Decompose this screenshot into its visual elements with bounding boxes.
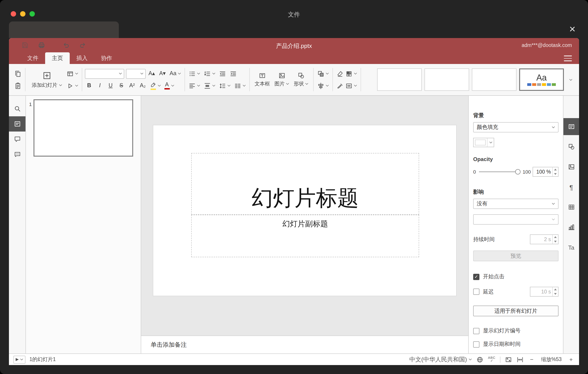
copy-style-button[interactable] xyxy=(336,81,345,91)
slide[interactable]: 幻灯片标题 幻灯片副标题 xyxy=(153,125,456,296)
bold-button[interactable]: B xyxy=(85,81,94,91)
bullets-button[interactable] xyxy=(188,69,201,78)
font-size-select[interactable] xyxy=(126,69,146,78)
opacity-slider[interactable] xyxy=(479,171,519,172)
insert-shape-button[interactable]: 形状 xyxy=(292,72,311,87)
add-slide-button[interactable]: 添加幻灯片 xyxy=(28,71,65,88)
superscript-button[interactable]: A² xyxy=(127,81,136,91)
show-slide-number-checkbox[interactable] xyxy=(473,328,479,334)
theme-thumbnail[interactable] xyxy=(377,68,422,91)
copy-button[interactable] xyxy=(13,69,22,78)
duration-input[interactable]: 2 s xyxy=(530,234,558,244)
spellcheck-button[interactable]: ABC ✓ xyxy=(488,356,495,363)
columns-button[interactable] xyxy=(233,81,247,91)
highlight-color-button[interactable] xyxy=(149,81,161,91)
slider-knob[interactable] xyxy=(515,169,520,175)
fit-width-icon xyxy=(516,356,524,363)
chart-settings-button[interactable] xyxy=(563,219,579,236)
presentation-editor: 产品介绍.pptx adm***@dootask.com 文件 主页 插入 协作 xyxy=(9,38,579,365)
chat-panel-button[interactable] xyxy=(9,147,25,162)
horizontal-align-button[interactable] xyxy=(188,81,201,91)
increase-indent-button[interactable] xyxy=(229,69,238,78)
clear-style-button[interactable] xyxy=(336,69,345,78)
toolbar-separator xyxy=(333,68,333,91)
font-name-select[interactable] xyxy=(85,69,124,78)
numbering-button[interactable] xyxy=(203,69,216,78)
menu-button[interactable] xyxy=(564,55,572,61)
theme-thumbnail-selected[interactable]: Aa xyxy=(519,68,564,91)
spinner-arrows[interactable] xyxy=(552,287,558,296)
effect-type-dropdown[interactable] xyxy=(473,214,558,225)
preview-button[interactable]: 预览 xyxy=(473,251,558,261)
insert-image-button[interactable]: 图片 xyxy=(272,72,292,87)
fit-width-button[interactable] xyxy=(516,356,524,363)
theme-gallery-expand-button[interactable] xyxy=(567,68,575,91)
italic-button[interactable]: I xyxy=(95,81,104,91)
chevron-down-icon xyxy=(552,203,555,205)
show-date-time-checkbox[interactable] xyxy=(473,341,479,347)
underline-button[interactable]: U xyxy=(106,81,115,91)
paragraph-settings-button[interactable]: ¶ xyxy=(563,178,579,196)
zoom-out-button[interactable]: − xyxy=(528,356,535,363)
zoom-in-button[interactable]: + xyxy=(567,356,575,363)
slide-canvas[interactable]: 幻灯片标题 幻灯片副标题 xyxy=(141,96,468,336)
toolbar-separator xyxy=(82,68,82,91)
line-spacing-button[interactable] xyxy=(218,81,231,91)
duration-label: 持续时间 xyxy=(473,236,530,243)
comments-panel-button[interactable] xyxy=(9,132,25,147)
effect-dropdown[interactable]: 没有 xyxy=(473,199,558,209)
tab-insert[interactable]: 插入 xyxy=(70,52,94,64)
vertical-align-button[interactable] xyxy=(203,81,216,91)
search-panel-button[interactable] xyxy=(9,101,25,116)
decrease-font-button[interactable]: A▾ xyxy=(158,69,167,78)
notes-area[interactable]: 单击添加备注 xyxy=(141,336,468,353)
title-placeholder[interactable]: 幻灯片标题 xyxy=(191,153,419,215)
delay-checkbox[interactable] xyxy=(473,288,479,295)
slide-layout-button[interactable] xyxy=(65,69,79,78)
start-slideshow-status-button[interactable]: ▶ xyxy=(13,355,25,363)
theme-thumbnail[interactable] xyxy=(472,68,516,91)
color-scheme-button[interactable] xyxy=(345,69,358,78)
slide-settings-button[interactable] xyxy=(563,118,579,135)
spinner-arrows[interactable] xyxy=(552,167,558,176)
opacity-input[interactable]: 100 % xyxy=(533,167,558,177)
table-settings-button[interactable] xyxy=(563,199,579,216)
font-color-button[interactable]: A xyxy=(163,81,175,91)
set-language-button[interactable] xyxy=(476,356,483,363)
slide-tools-group xyxy=(65,69,79,91)
change-case-button[interactable]: Aa xyxy=(169,69,182,78)
insert-textbox-button[interactable]: 文本框 xyxy=(252,72,272,87)
spinner-arrows[interactable] xyxy=(552,235,558,244)
theme-thumbnail[interactable] xyxy=(424,68,469,91)
tab-collaboration[interactable]: 协作 xyxy=(94,52,119,64)
hamburger-icon xyxy=(564,55,572,56)
strikethrough-button[interactable]: S xyxy=(117,81,126,91)
slide-thumbnail[interactable] xyxy=(33,99,133,157)
delay-input[interactable]: 10 s xyxy=(530,287,558,297)
fit-slide-button[interactable] xyxy=(505,356,512,363)
shape-label: 形状 xyxy=(294,80,304,87)
align-shapes-button[interactable] xyxy=(316,81,330,91)
fill-type-dropdown[interactable]: 颜色填充 xyxy=(473,122,558,132)
dialog-close-button[interactable]: × xyxy=(566,22,579,36)
paste-button[interactable] xyxy=(13,81,22,91)
shape-settings-button[interactable] xyxy=(563,138,579,155)
textart-settings-button[interactable]: Ta xyxy=(563,239,579,256)
fill-color-picker[interactable] xyxy=(473,138,494,147)
slides-panel-button[interactable] xyxy=(9,116,25,132)
shape-settings-icon xyxy=(568,143,575,150)
language-selector[interactable]: 中文(中华人民共和国) xyxy=(409,355,472,363)
start-slideshow-button[interactable] xyxy=(65,81,79,91)
subscript-button[interactable]: A₂ xyxy=(138,81,147,91)
arrange-shapes-button[interactable] xyxy=(316,69,330,78)
slide-size-button[interactable] xyxy=(345,81,358,91)
subtitle-placeholder[interactable]: 幻灯片副标题 xyxy=(191,215,419,257)
increase-font-button[interactable]: A▴ xyxy=(147,69,156,78)
decrease-indent-button[interactable] xyxy=(218,69,227,78)
apply-to-all-button[interactable]: 适用于所有幻灯片 xyxy=(473,306,558,316)
slide-counter: 1的幻灯片1 xyxy=(30,356,56,363)
tab-home[interactable]: 主页 xyxy=(45,52,70,64)
tab-file[interactable]: 文件 xyxy=(21,52,45,64)
start-on-click-checkbox[interactable]: ✓ xyxy=(473,274,479,280)
image-settings-button[interactable] xyxy=(563,158,579,175)
